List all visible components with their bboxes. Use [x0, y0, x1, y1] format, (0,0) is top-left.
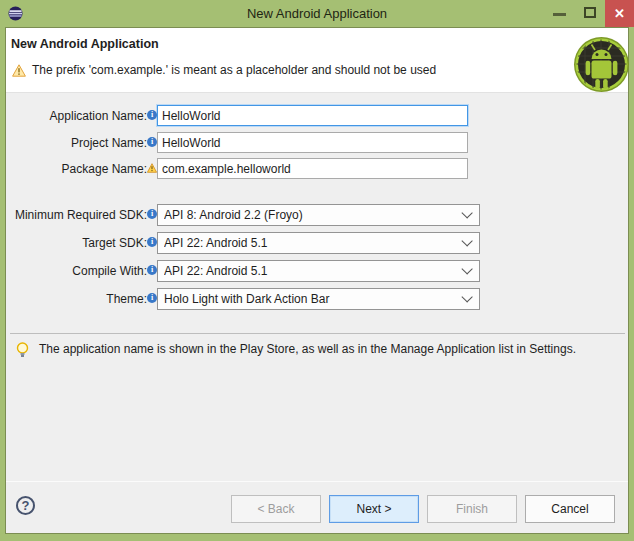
dialog-body: New Android Application The prefix 'com.…: [6, 28, 628, 533]
minimum-sdk-label: Minimum Required SDK:: [6, 208, 147, 222]
warning-icon: [147, 163, 157, 173]
minimize-icon: [553, 13, 566, 16]
application-name-label: Application Name:: [6, 109, 147, 123]
theme-label: Theme:: [6, 292, 147, 306]
tip-text: The application name is shown in the Pla…: [39, 342, 576, 356]
chevron-down-icon: [461, 291, 472, 302]
separator: [10, 333, 625, 334]
close-button[interactable]: ✕: [605, 0, 634, 27]
target-sdk-label: Target SDK:: [6, 236, 147, 250]
application-name-row: Application Name: i: [6, 105, 468, 126]
chevron-down-icon: [461, 263, 472, 274]
page-title: New Android Application: [11, 37, 159, 51]
compile-with-value: API 22: Android 5.1: [164, 264, 461, 278]
project-name-row: Project Name: i: [6, 132, 468, 153]
target-sdk-value: API 22: Android 5.1: [164, 236, 461, 250]
warning-message: The prefix 'com.example.' is meant as a …: [32, 63, 436, 77]
info-icon: i: [147, 237, 157, 247]
separator: [6, 481, 628, 482]
minimum-sdk-select[interactable]: API 8: Android 2.2 (Froyo): [157, 204, 480, 226]
info-icon: i: [147, 265, 157, 275]
minimum-sdk-row: Minimum Required SDK: i API 8: Android 2…: [6, 204, 480, 226]
back-button[interactable]: < Back: [231, 495, 321, 523]
new-android-application-dialog: New Android Application ✕ New Android Ap…: [0, 0, 634, 541]
minimize-button[interactable]: [548, 0, 574, 26]
application-name-input[interactable]: [157, 105, 468, 126]
minimum-sdk-value: API 8: Android 2.2 (Froyo): [164, 208, 461, 222]
compile-with-row: Compile With: i API 22: Android 5.1: [6, 260, 480, 282]
package-name-label: Package Name:: [6, 162, 147, 176]
title-bar: New Android Application ✕: [0, 0, 634, 28]
target-sdk-row: Target SDK: i API 22: Android 5.1: [6, 232, 480, 254]
maximize-button[interactable]: [578, 0, 604, 26]
wizard-header: New Android Application The prefix 'com.…: [6, 28, 628, 93]
cancel-button[interactable]: Cancel: [525, 495, 615, 523]
chevron-down-icon: [461, 207, 472, 218]
window-title: New Android Application: [0, 6, 634, 21]
compile-with-select[interactable]: API 22: Android 5.1: [157, 260, 480, 282]
info-icon: i: [147, 137, 157, 147]
info-icon: i: [147, 110, 157, 120]
next-button[interactable]: Next >: [329, 495, 419, 523]
warning-icon: [12, 64, 26, 77]
target-sdk-select[interactable]: API 22: Android 5.1: [157, 232, 480, 254]
help-button[interactable]: ?: [16, 496, 35, 515]
android-logo-icon: [573, 36, 630, 93]
theme-select[interactable]: Holo Light with Dark Action Bar: [157, 288, 480, 310]
theme-value: Holo Light with Dark Action Bar: [164, 292, 461, 306]
maximize-icon: [584, 7, 596, 18]
compile-with-label: Compile With:: [6, 264, 147, 278]
package-name-input[interactable]: [157, 158, 468, 179]
project-name-label: Project Name:: [6, 136, 147, 150]
info-icon: i: [147, 293, 157, 303]
info-icon: i: [147, 209, 157, 219]
finish-button[interactable]: Finish: [427, 495, 517, 523]
chevron-down-icon: [461, 235, 472, 246]
lightbulb-icon: [16, 342, 29, 360]
project-name-input[interactable]: [157, 132, 468, 153]
tip-row: The application name is shown in the Pla…: [16, 342, 616, 360]
package-name-row: Package Name:: [6, 158, 468, 179]
theme-row: Theme: i Holo Light with Dark Action Bar: [6, 288, 480, 310]
